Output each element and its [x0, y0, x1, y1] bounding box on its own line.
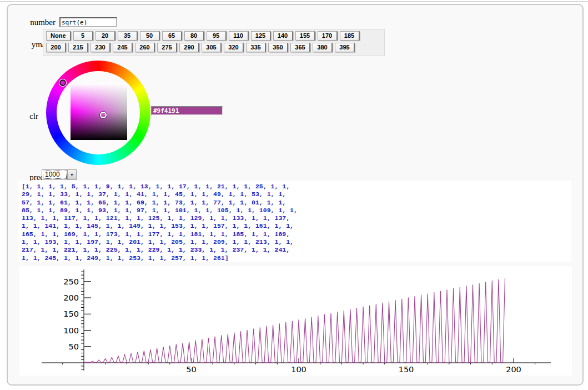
ymax-button-35[interactable]: 35 — [118, 31, 138, 41]
ymax-button-65[interactable]: 65 — [162, 31, 182, 41]
svg-text:50: 50 — [186, 365, 196, 374]
ymax-button-50[interactable]: 50 — [140, 31, 160, 41]
saturation-value-marker[interactable] — [100, 112, 107, 118]
ymax-button-230[interactable]: 230 — [91, 43, 110, 52]
ymax-button-80[interactable]: 80 — [184, 31, 204, 41]
ymax-button-185[interactable]: 185 — [340, 31, 360, 41]
interact-cell: number ymax None520355065809511012514015… — [7, 4, 584, 386]
ymax-button-215[interactable]: 215 — [68, 43, 88, 52]
ymax-button-155[interactable]: 155 — [295, 31, 315, 41]
number-label: number — [18, 18, 56, 27]
ymax-button-none[interactable]: None — [46, 31, 71, 41]
ymax-button-350[interactable]: 350 — [268, 43, 288, 52]
prec-dropdown-arrow-icon[interactable]: ▼ — [67, 170, 76, 179]
svg-text:200: 200 — [506, 365, 521, 374]
continued-fraction-output: [1, 1, 1, 1, 5, 1, 1, 9, 1, 1, 13, 1, 1,… — [18, 181, 571, 262]
number-input[interactable] — [59, 17, 117, 27]
ymax-button-row-1: None5203550658095110125140155170185 — [46, 31, 360, 41]
ymax-button-row-2: 2002152302452602752903053203353503653803… — [46, 43, 355, 52]
ymax-button-275[interactable]: 275 — [157, 43, 177, 52]
saturation-value-square[interactable] — [71, 83, 127, 140]
svg-text:50: 50 — [69, 342, 79, 351]
svg-text:100: 100 — [63, 326, 79, 335]
ymax-button-5[interactable]: 5 — [73, 31, 93, 41]
svg-text:250: 250 — [63, 277, 79, 286]
plot-output: 5010015020025050100150200 — [19, 266, 572, 376]
ymax-button-125[interactable]: 125 — [251, 31, 271, 41]
prec-select[interactable]: 1000 ▼ — [42, 169, 77, 180]
ymax-button-140[interactable]: 140 — [273, 31, 293, 41]
ymax-button-245[interactable]: 245 — [113, 43, 133, 52]
svg-text:150: 150 — [63, 309, 79, 318]
svg-text:100: 100 — [291, 365, 306, 374]
ymax-button-395[interactable]: 395 — [335, 43, 355, 52]
cf-list: [1, 1, 1, 1, 5, 1, 1, 9, 1, 1, 13, 1, 1,… — [18, 181, 571, 262]
ymax-button-380[interactable]: 380 — [313, 43, 333, 52]
ymax-button-320[interactable]: 320 — [224, 43, 244, 52]
ymax-button-95[interactable]: 95 — [207, 31, 227, 41]
clr-label: clr — [18, 112, 38, 121]
ymax-button-group: None5203550658095110125140155170185 2002… — [43, 29, 385, 56]
color-hex-input[interactable] — [151, 106, 223, 115]
ymax-button-110[interactable]: 110 — [229, 31, 249, 41]
ymax-button-260[interactable]: 260 — [135, 43, 155, 52]
svg-text:200: 200 — [63, 293, 79, 302]
ymax-button-290[interactable]: 290 — [179, 43, 199, 52]
hue-marker[interactable] — [59, 79, 66, 86]
ymax-button-20[interactable]: 20 — [96, 31, 115, 41]
svg-text:150: 150 — [399, 365, 414, 374]
ymax-button-305[interactable]: 305 — [202, 43, 222, 52]
ymax-button-200[interactable]: 200 — [46, 43, 66, 52]
plot-svg: 5010015020025050100150200 — [19, 266, 572, 376]
ymax-button-170[interactable]: 170 — [318, 31, 338, 41]
prec-selected-value: 1000 — [43, 171, 67, 179]
ymax-button-365[interactable]: 365 — [290, 43, 310, 52]
ymax-button-335[interactable]: 335 — [246, 43, 266, 52]
page-top-border — [0, 1, 588, 2]
